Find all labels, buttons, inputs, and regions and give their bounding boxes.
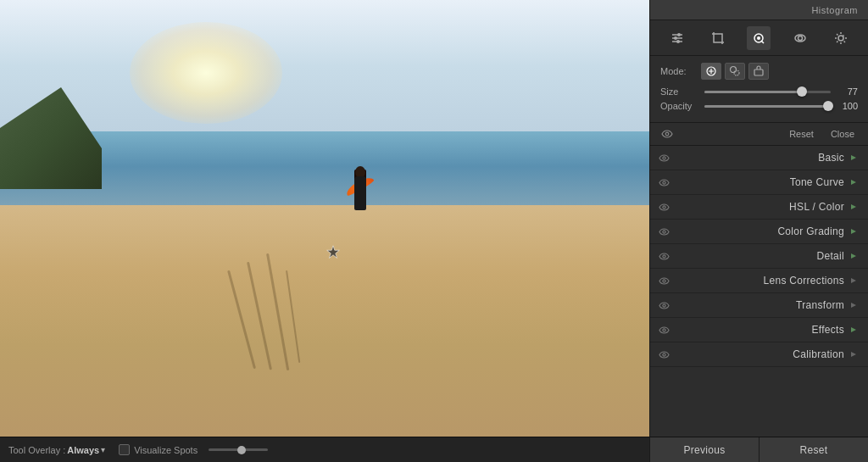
panel-name-hsl-color: HSL / Color [674, 201, 844, 213]
size-label: Size [660, 86, 699, 97]
panel-arrow-effects [848, 324, 860, 336]
size-slider-track[interactable] [704, 91, 831, 93]
tool-redeye[interactable] [788, 26, 812, 50]
panel-item-detail[interactable]: Detail [650, 244, 868, 269]
mode-content[interactable] [748, 63, 769, 80]
panel-eye-effects[interactable] [657, 323, 670, 337]
right-panel: Histogram [649, 0, 868, 437]
panel-name-transform: Transform [674, 299, 844, 311]
visualize-checkbox[interactable] [119, 444, 130, 455]
svg-point-22 [662, 205, 665, 208]
visibility-eye[interactable] [660, 127, 674, 141]
svg-marker-35 [851, 352, 856, 357]
svg-point-11 [798, 36, 802, 40]
histogram-title: Histogram [811, 5, 858, 15]
spot-cursor [325, 244, 342, 261]
histogram-header: Histogram [650, 0, 868, 20]
mode-heal[interactable] [701, 63, 721, 80]
svg-point-15 [734, 70, 739, 75]
panel-arrow-detail [848, 250, 860, 262]
svg-point-12 [838, 36, 843, 41]
svg-point-6 [676, 40, 680, 43]
svg-point-18 [662, 156, 665, 159]
panel-item-basic[interactable]: Basic [650, 146, 868, 170]
svg-marker-25 [851, 229, 856, 234]
panel-eye-detail[interactable] [657, 249, 670, 263]
mode-buttons [701, 63, 769, 80]
action-row: Reset Close [650, 123, 868, 146]
panel-item-hsl-color[interactable]: HSL / Color [650, 195, 868, 220]
bottom-left: Tool Overlay : Always ▾ Visualize Spots [0, 444, 649, 455]
svg-point-34 [662, 353, 665, 355]
svg-point-8 [757, 36, 760, 40]
svg-point-5 [674, 36, 677, 40]
panel-item-effects[interactable]: Effects [650, 318, 868, 342]
panel-eye-tone-curve[interactable] [657, 175, 670, 189]
panel-eye-hsl-color[interactable] [657, 200, 670, 214]
panel-name-basic: Basic [674, 152, 844, 164]
panel-arrow-calibration [848, 348, 860, 360]
reset-button[interactable]: Reset [786, 127, 817, 141]
svg-point-26 [662, 254, 665, 257]
visualize-slider-thumb[interactable] [237, 446, 246, 454]
visualize-spots-group: Visualize Spots [119, 444, 268, 455]
svg-marker-33 [851, 327, 856, 332]
panel-name-detail: Detail [674, 250, 844, 262]
size-value: 77 [836, 86, 858, 97]
svg-point-32 [662, 328, 665, 331]
panel-name-tone-curve: Tone Curve [674, 176, 844, 188]
surfer-figure [351, 166, 375, 225]
panel-list: Basic Tone Curve HSL / Color Color Gradi… [650, 146, 868, 437]
panel-item-color-grading[interactable]: Color Grading [650, 220, 868, 244]
panel-arrow-hsl-color [848, 201, 860, 213]
svg-rect-16 [754, 70, 763, 75]
reset-all-button[interactable]: Reset [760, 437, 868, 463]
bottom-right: Previous Reset [649, 437, 868, 463]
opacity-value: 100 [836, 101, 858, 111]
panel-item-transform[interactable]: Transform [650, 293, 868, 318]
panel-name-effects: Effects [674, 324, 844, 336]
visualize-slider[interactable] [209, 448, 268, 451]
panel-name-color-grading: Color Grading [674, 225, 844, 237]
svg-point-4 [677, 33, 681, 36]
bottom-bar: Tool Overlay : Always ▾ Visualize Spots … [0, 437, 868, 462]
svg-marker-21 [851, 180, 856, 185]
panel-name-calibration: Calibration [674, 348, 844, 360]
opacity-label: Opacity [660, 101, 699, 111]
opacity-slider-thumb[interactable] [823, 101, 833, 111]
panel-arrow-tone-curve [848, 176, 860, 188]
panel-item-tone-curve[interactable]: Tone Curve [650, 170, 868, 195]
overlay-arrow[interactable]: ▾ [101, 445, 105, 454]
svg-point-30 [662, 303, 665, 306]
panel-arrow-color-grading [848, 225, 860, 237]
panel-eye-calibration[interactable] [657, 348, 670, 361]
svg-point-20 [662, 181, 665, 183]
svg-marker-31 [851, 303, 856, 308]
size-slider-fill [704, 91, 802, 93]
tool-sliders[interactable] [665, 26, 689, 50]
svg-marker-19 [851, 155, 856, 160]
tool-crop[interactable] [706, 26, 730, 50]
panel-eye-transform[interactable] [657, 298, 670, 312]
panel-arrow-lens-corrections [848, 275, 860, 287]
svg-point-28 [662, 279, 665, 281]
panel-eye-basic[interactable] [657, 151, 670, 164]
panel-item-calibration[interactable]: Calibration [650, 342, 868, 367]
mode-label: Mode: [660, 66, 693, 76]
overlay-label: Tool Overlay : [8, 445, 65, 455]
svg-marker-0 [327, 246, 340, 259]
panel-item-lens-corrections[interactable]: Lens Corrections [650, 269, 868, 293]
panel-arrow-transform [848, 299, 860, 311]
svg-marker-27 [851, 253, 856, 259]
opacity-slider-track[interactable] [704, 105, 831, 108]
tool-settings[interactable] [829, 26, 853, 50]
tool-spot-removal[interactable] [747, 26, 771, 50]
opacity-slider-fill [704, 105, 828, 108]
close-button[interactable]: Close [827, 127, 858, 141]
panel-eye-color-grading[interactable] [657, 225, 670, 238]
size-slider-thumb[interactable] [797, 86, 807, 97]
previous-button[interactable]: Previous [650, 437, 760, 463]
svg-point-17 [665, 132, 669, 136]
mode-clone[interactable] [725, 63, 745, 80]
panel-eye-lens-corrections[interactable] [657, 274, 670, 287]
